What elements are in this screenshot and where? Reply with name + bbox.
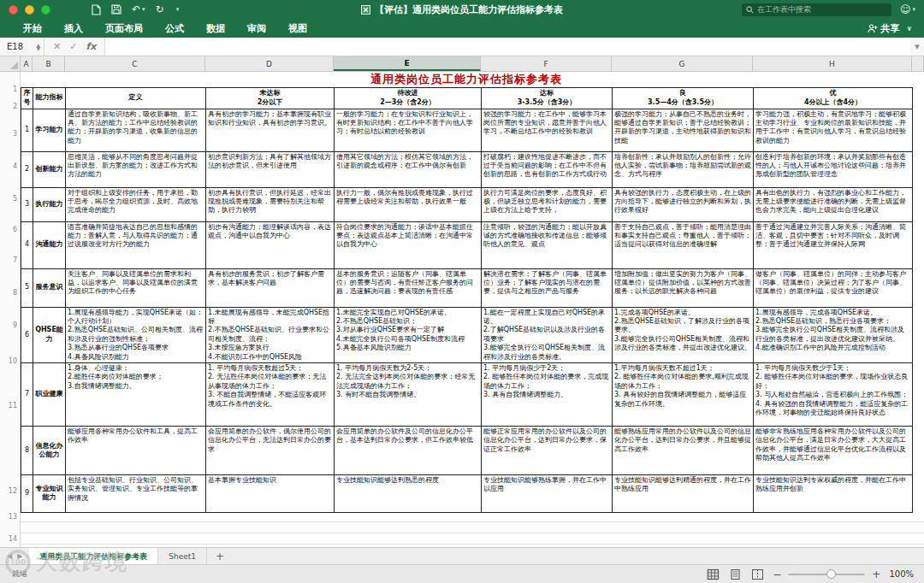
redo-button[interactable]: ↻ [156, 4, 164, 15]
header-below[interactable]: 未达标 2分以下 [206, 88, 335, 109]
column-header-G[interactable]: G [612, 56, 753, 71]
cell-improve[interactable]: 一般的学习能力；在专业知识和行业知识上，有时更新知识结构；在工作中不善于向他人学… [335, 109, 482, 151]
cell-excellent[interactable]: 具有出色的执行力，有强烈的事业心和工作能力，无需上级要求便能进行准确的判断，无需… [754, 187, 913, 221]
cell-definition[interactable]: 通过自学更新知识结构，吸收新事物、新工具、新方法的能力；工作中总结经验教训的能力… [66, 109, 206, 151]
formula-bar-expand-icon[interactable]: ▼ [910, 44, 924, 50]
cell-below[interactable]: 会应用简单的办公软件，偶尔使用公司的信息化办公平台，无法达到日常办公的要求 [206, 426, 335, 474]
cell-excellent[interactable]: 创造利于培养创新的环境；承认并奖励那些有创造性的人；与他人开诚布公地讨论这些问题… [754, 151, 913, 187]
cell-improve[interactable]: 1. 平均每月病假天数为2-5天； 2. 无法完全达到本岗位对体能的要求；经常无… [335, 362, 482, 426]
cell-meet[interactable]: 专业技能知识能够熟练掌握，并在工作中以应用 [482, 474, 613, 512]
row-number-3[interactable]: 3 [13, 130, 17, 138]
cell-definition[interactable]: 包括专业基础知识、行业知识、公司知识、实务知识、管理知识、专业工作技能等的掌握情… [66, 474, 206, 512]
cell-below[interactable]: 初步有沟通能力；能理解谈话内容，表达观点，沟通中以自我为中心 [206, 221, 335, 268]
row-number-5[interactable]: 5 [13, 195, 17, 203]
cell-definition[interactable]: 1.身体、心理健康； 2.能胜任本岗位对体能的要求； 3.自我情绪调整能力。 [66, 362, 206, 426]
cell-below[interactable]: 初步意识到新方法；具有了解其他领域方法的初步意识，但未引进使用 [206, 151, 335, 187]
row-number-2[interactable]: 2 [13, 103, 17, 110]
sheet-tab-sheet1[interactable]: Sheet1 [158, 548, 207, 564]
sheet-nav-right-icon[interactable]: ▶ [17, 552, 22, 560]
column-header-C[interactable]: C [65, 56, 205, 71]
row-number-7[interactable]: 7 [13, 256, 17, 264]
menu-tab-插入[interactable]: 插入 [53, 22, 94, 35]
cell-excellent[interactable]: 善于通过沟通建立并完善人际关系；沟通清晰、简洁、客观，且切中要害；针对不同听众，… [754, 221, 913, 268]
column-header-D[interactable]: D [205, 56, 334, 71]
cell-indicator[interactable]: 服务意识 [33, 268, 66, 307]
formula-input[interactable] [105, 38, 910, 56]
cell-indicator[interactable]: 沟通能力 [33, 221, 66, 268]
cell-definition[interactable]: 语言准确并简捷地表达自己的思想和感情的能力；善解人意，与人取得共识的能力；通过说… [66, 221, 206, 268]
header-excellent[interactable]: 优 4分以上（含4分） [754, 88, 913, 109]
cell-good[interactable]: 善于支持自己观点，善于倾听；能用清楚理由和事实支持自己观点；尊重他人，善于倾听；… [613, 221, 754, 268]
row-number-9[interactable]: 9 [13, 321, 17, 329]
cell-below[interactable]: 基本掌握专业技能知识 [206, 474, 335, 512]
cell-definition[interactable]: 1.展现有感领导能力，实现QHSE承诺（如：个人行动计划） 2.熟悉QHSE基础… [66, 307, 206, 362]
cell-num[interactable]: 4 [21, 221, 33, 268]
cell-indicator[interactable]: 创新能力 [33, 151, 66, 187]
menu-tab-视图[interactable]: 视图 [277, 22, 318, 35]
cell-meet[interactable]: 执行力可满足岗位的要求，态度良好、积极，但缺乏独立思考和计划的能力，需要上级在方… [482, 187, 613, 221]
select-all-corner[interactable] [0, 56, 21, 71]
cell-improve[interactable]: 符合岗位要求的沟通能力；谈话中基本能抓住要点；表达观点基本上简洁清晰；在沟通中常… [335, 221, 482, 268]
header-good[interactable]: 良 3.5—4分（含3.5分） [613, 88, 754, 109]
zoom-in-button[interactable]: + [872, 569, 880, 580]
zoom-out-button[interactable]: − [773, 569, 781, 580]
column-header-B[interactable]: B [33, 56, 65, 71]
cell-definition[interactable]: 关注客户、同事以及辖属单位的需求和利益，以追求客户、同事以及辖属单位的满意为组织… [66, 268, 206, 307]
header-meet[interactable]: 达标 3-3.5分（含3分） [482, 88, 613, 109]
cell-excellent[interactable]: 专业技能知识达到专家权威的程度，并能在工作中熟练应用并创新 [754, 474, 913, 512]
cell-improve[interactable]: 执行力一般，偶尔有推脱或畏难现象，执行过程需要上级经常关注和帮助，执行效果一般 [335, 187, 482, 221]
column-header-E[interactable]: E [334, 56, 481, 71]
row-number-6[interactable]: 6 [13, 226, 17, 233]
cell-improve[interactable]: 借用其它领域的方法；模仿其它领域的方法，引进新的观念或程序；在工作中偶尔有创新 [335, 151, 482, 187]
row-number-14[interactable]: 14 [9, 535, 17, 543]
cell-good[interactable]: 培养创新性；承认并鼓励别人的创新性；允许他人实验，尝试新事物；培养鼓励尝试新的观… [613, 151, 754, 187]
menu-tab-审阅[interactable]: 审阅 [236, 22, 277, 35]
cell-good[interactable]: 1.完成各项QHSE的承诺。 2.熟悉QHSE基础知识，了解涉及行业的各项要求。… [613, 307, 754, 362]
row-number-1[interactable]: 1 [13, 85, 17, 93]
undo-dropdown-caret[interactable]: ▾ [142, 7, 145, 13]
row-number-4[interactable]: 4 [13, 162, 17, 170]
name-box-spinner[interactable]: ▲▼ [36, 44, 40, 50]
cell-num[interactable]: 9 [21, 474, 33, 512]
add-sheet-button[interactable]: + [207, 548, 233, 564]
sheet-tab-active[interactable]: 通用类员工能力评估指标参考表 [29, 548, 158, 564]
feedback-smiley-icon[interactable]: ☺▾ [900, 3, 915, 15]
cancel-entry-icon[interactable]: ✕ [53, 41, 61, 52]
row-number-12[interactable]: 12 [9, 487, 17, 495]
cell-improve[interactable]: 基本的服务意识；追随客户（同事、辖属单位）的需要与咨询，有责任矫正客户服务的问题… [335, 268, 482, 307]
menu-tab-数据[interactable]: 数据 [195, 22, 236, 35]
cell-num[interactable]: 5 [21, 268, 33, 307]
insert-function-icon[interactable]: fx [86, 41, 96, 52]
cell-num[interactable]: 1 [21, 109, 33, 151]
zoom-slider[interactable] [788, 574, 865, 575]
cell-meet[interactable]: 打破腐朽；建设性地促进不断进步，而不过于受当前问题的影响；在工作中不但有创新的思… [482, 151, 613, 187]
confirm-entry-icon[interactable]: ✓ [69, 41, 77, 52]
cell-below[interactable]: 初步具有执行意识，但执行延迟，经常出现推脱或畏难现象，需要特别关注和帮助，执行力… [206, 187, 335, 221]
name-box[interactable]: E18 ▲▼ [0, 38, 44, 56]
cell-meet[interactable]: 注意倾听，较强的沟通能力；能以开放真诚的方式准确地接收和传递信息；能够倾听他人的… [482, 221, 613, 268]
cell-below[interactable]: 具有初步的服务意识；初步了解客户需求，基本解决客户问题 [206, 268, 335, 307]
page-layout-view-icon[interactable] [728, 568, 742, 580]
column-header-A[interactable]: A [21, 56, 33, 71]
cell-indicator[interactable]: 执行能力 [33, 187, 66, 221]
row-number-8[interactable]: 8 [13, 289, 17, 297]
header-num[interactable]: 序号 [21, 88, 33, 109]
cell-excellent[interactable]: 1.展现有感领导，完成各项QHSE承诺。 2.熟悉QHSE基础知识，熟悉行业各项… [754, 307, 913, 362]
cell-good[interactable]: 具有较强的执行力，态度积极主动，在上级的方向指导下，能够进行独立的判断和筹划，执… [613, 187, 754, 221]
zoom-slider-thumb[interactable] [826, 569, 836, 579]
cell-good[interactable]: 极强的学习能力；从事自己不熟悉的业务时，能够通过自学更新知识；善于总结经验教训；… [613, 109, 754, 151]
cell-good[interactable]: 1.平均每月病假天数不超过1天； 2. 能够胜任本岗位对体能的要求,顺利完成现场… [613, 362, 754, 426]
cell-indicator[interactable]: QHSE能力 [33, 307, 66, 362]
cell-below[interactable]: 1.未能展现有感领导，未能完成QHSE指标 2.不熟悉QHSE基础知识、行业要求… [206, 307, 335, 362]
cell-excellent[interactable]: 能够非常熟练地应用各种常用办公软件以及公司的信息化办公平台，满足日常办公要求，大… [754, 426, 913, 474]
minimize-window-button[interactable] [25, 5, 34, 15]
row-number-11[interactable]: 11 [9, 402, 17, 409]
close-window-button[interactable] [9, 5, 18, 15]
cell-indicator[interactable]: 信息化办公能力 [33, 426, 66, 474]
cell-excellent[interactable]: 做客户（同事、辖属单位）的同伴；主动参与客户（同事、辖属单位）决策过程；为了客户… [754, 268, 913, 307]
save-icon[interactable] [111, 4, 121, 15]
cell-definition[interactable]: 对于组织和上级安排的任务，用于承担，勤于思考，竭尽全力组织资源，及时、高效地完成… [66, 187, 206, 221]
cell-improve[interactable]: 会应用简单的办公软件及公司的信息化办公平台，基本达到日常办公要求，但工作效率较低 [335, 426, 482, 474]
column-header-H[interactable]: H [753, 56, 912, 71]
cell-good[interactable]: 能够熟练应用常用的办公软件以及公司的信息化办公平台，达到日常办公要求，并且能够提… [613, 426, 754, 474]
